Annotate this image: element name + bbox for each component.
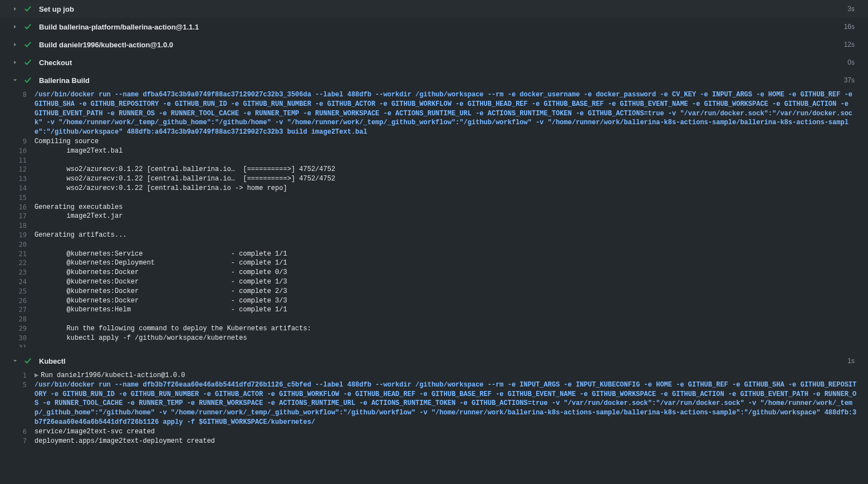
log-line[interactable]: 10 image2Text.bal: [0, 146, 866, 156]
log-line[interactable]: 9 Compiling source: [0, 137, 866, 146]
log-line[interactable]: 30 kubectl apply -f /github/workspace/ku…: [0, 334, 866, 343]
log-text: @kubernetes:Helm - complete 1/1: [35, 305, 866, 315]
log-line[interactable]: 19 Generating artifacts...: [0, 231, 866, 240]
log-line[interactable]: 25 @kubernetes:Docker - complete 2/3: [0, 287, 866, 296]
line-number: 21: [12, 250, 35, 259]
line-number: 13: [12, 174, 35, 184]
step-duration: 12s: [844, 41, 859, 48]
log-line[interactable]: 21 @kubernetes:Service - complete 1/1: [0, 250, 866, 259]
log-text: Generating executables: [35, 203, 866, 212]
line-number: 5: [12, 380, 35, 427]
log-text: @kubernetes:Service - complete 1/1: [35, 250, 866, 259]
log-line[interactable]: 15: [0, 193, 866, 203]
line-number: 11: [12, 156, 35, 165]
line-number: 8: [12, 90, 35, 137]
log-text: kubectl apply -f /github/workspace/kuber…: [35, 334, 866, 343]
log-text: [35, 315, 866, 324]
line-number: 22: [12, 258, 35, 268]
log-region: 1 ▶Run danielr1996/kubectl-action@1.0.0 …: [0, 370, 868, 450]
step-name: Checkout: [39, 58, 847, 67]
log-line[interactable]: 14 wso2/azurecv:0.1.22 [central.ballerin…: [0, 184, 866, 193]
step-header-2[interactable]: Build danielr1996/kubectl-action@1.0.0 1…: [0, 36, 868, 53]
line-number: 6: [12, 427, 35, 437]
log-line[interactable]: 23 @kubernetes:Docker - complete 0/3: [0, 268, 866, 277]
log-text: Generating artifacts...: [35, 231, 866, 240]
log-line[interactable]: 1 ▶Run danielr1996/kubectl-action@1.0.0: [0, 371, 868, 380]
check-icon: [23, 58, 32, 67]
log-text: wso2/azurecv:0.1.22 [central.ballerina.i…: [35, 165, 866, 174]
step-duration: 3s: [847, 5, 859, 13]
log-line[interactable]: 28: [0, 315, 866, 324]
step-name: Build danielr1996/kubectl-action@1.0.0: [39, 41, 844, 49]
log-line[interactable]: 12 wso2/azurecv:0.1.22 [central.ballerin…: [0, 165, 866, 174]
line-number: 28: [12, 315, 35, 324]
step-header-5[interactable]: Kubectl 1s: [0, 352, 868, 370]
step-header-0[interactable]: Set up job 3s: [0, 0, 868, 18]
step-header-4[interactable]: Ballerina Build 37s: [0, 71, 868, 89]
log-line[interactable]: 11: [0, 156, 866, 165]
log-line[interactable]: 31: [0, 343, 866, 348]
log-text: [35, 343, 866, 348]
log-line[interactable]: 13 wso2/azurecv:0.1.22 [central.ballerin…: [0, 174, 866, 184]
log-text: @kubernetes:Docker - complete 1/3: [35, 277, 866, 287]
step-duration: 0s: [847, 58, 859, 66]
check-icon: [23, 76, 32, 85]
line-number: 29: [12, 324, 35, 334]
line-number: 20: [12, 240, 35, 250]
line-number: 26: [12, 296, 35, 306]
line-number: 14: [12, 184, 35, 193]
line-number: 19: [12, 231, 35, 240]
line-number: 7: [12, 437, 35, 446]
log-text: @kubernetes:Docker - complete 2/3: [35, 287, 866, 296]
check-icon: [23, 4, 32, 13]
line-number: 9: [12, 137, 35, 146]
log-line[interactable]: 17 image2Text.jar: [0, 212, 866, 221]
line-number: 16: [12, 203, 35, 212]
log-line[interactable]: 5 /usr/bin/docker run --name dfb3b7f26ea…: [0, 380, 868, 427]
chevron-down-icon: [12, 77, 18, 83]
line-number: 10: [12, 146, 35, 156]
step-header-3[interactable]: Checkout 0s: [0, 53, 868, 71]
chevron-right-icon: [12, 24, 18, 30]
step-name: Kubectl: [39, 357, 847, 365]
line-number: 30: [12, 334, 35, 343]
step-name: Set up job: [39, 5, 847, 13]
log-text: [35, 156, 866, 165]
log-text: ▶Run danielr1996/kubectl-action@1.0.0: [35, 371, 868, 380]
log-text: [35, 193, 866, 203]
line-number: 17: [12, 212, 35, 221]
step-name: Build ballerina-platform/ballerina-actio…: [39, 23, 844, 31]
log-command: /usr/bin/docker run --name dfba6473c3b9a…: [35, 90, 866, 137]
line-number: 31: [12, 343, 35, 348]
chevron-right-icon: ▶: [35, 371, 38, 379]
line-number: 1: [12, 371, 35, 380]
log-text: @kubernetes:Docker - complete 0/3: [35, 268, 866, 277]
log-line[interactable]: 16 Generating executables: [0, 203, 866, 212]
chevron-right-icon: [12, 42, 18, 47]
log-line[interactable]: 29 Run the following command to deploy t…: [0, 324, 866, 334]
log-text: @kubernetes:Docker - complete 3/3: [35, 296, 866, 306]
log-line[interactable]: 6 service/image2text-svc created: [0, 427, 868, 437]
log-line[interactable]: 8 /usr/bin/docker run --name dfba6473c3b…: [0, 90, 866, 137]
log-line[interactable]: 18: [0, 221, 866, 231]
log-line[interactable]: 24 @kubernetes:Docker - complete 1/3: [0, 277, 866, 287]
log-line[interactable]: 20: [0, 240, 866, 250]
log-text: [35, 221, 866, 231]
check-icon: [23, 356, 32, 365]
log-text: deployment.apps/image2text-deployment cr…: [35, 437, 868, 446]
line-number: 23: [12, 268, 35, 277]
chevron-right-icon: [12, 60, 18, 65]
log-line[interactable]: 26 @kubernetes:Docker - complete 3/3: [0, 296, 866, 306]
log-command: /usr/bin/docker run --name dfb3b7f26eaa6…: [35, 380, 868, 427]
line-number: 12: [12, 165, 35, 174]
log-line[interactable]: 27 @kubernetes:Helm - complete 1/1: [0, 305, 866, 315]
step-header-1[interactable]: Build ballerina-platform/ballerina-actio…: [0, 18, 868, 36]
line-number: 18: [12, 221, 35, 231]
log-line[interactable]: 7 deployment.apps/image2text-deployment …: [0, 437, 868, 446]
chevron-right-icon: [12, 6, 18, 12]
chevron-down-icon: [12, 358, 18, 364]
log-line[interactable]: 22 @kubernetes:Deployment - complete 1/1: [0, 258, 866, 268]
log-text: Compiling source: [35, 137, 866, 146]
log-text: service/image2text-svc created: [35, 427, 868, 437]
log-scroll-region[interactable]: 8 /usr/bin/docker run --name dfba6473c3b…: [0, 90, 866, 348]
